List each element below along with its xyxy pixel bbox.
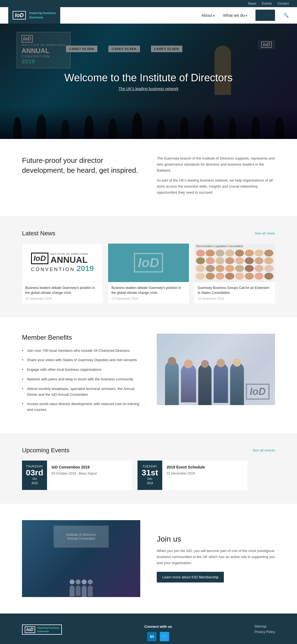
benefits-section: Member Benefits Join over 700 local memb…	[0, 317, 297, 433]
news-section: Latest News See all news IoD INSTITUTE O…	[0, 216, 297, 317]
news-card-image-3: Discrimination Legislation Consultation	[194, 244, 275, 282]
nav-about[interactable]: About	[202, 13, 215, 18]
topbar-events[interactable]: Events	[262, 2, 272, 5]
footer-sitemap[interactable]: Sitemap	[254, 625, 275, 628]
annual-logo-mark: IoD	[31, 253, 48, 264]
event-day-name: Tuesday	[141, 465, 158, 468]
event-month-year: Oct 2019	[26, 477, 43, 486]
events-section: Upcoming Events See all events Thursday …	[0, 433, 297, 504]
logo-area[interactable]: IoD Inspiring business Guernsey	[8, 7, 60, 24]
news-card-title-3: Guernsey Business Groups Call for an Ext…	[198, 285, 272, 295]
stage-screen: Institute of DirectorsAnnual Convention	[54, 526, 109, 548]
twitter-icon[interactable]: 🐦	[160, 632, 169, 641]
benefits-left: Member Benefits Join over 700 local memb…	[22, 334, 140, 417]
hero-section: IoD INSTITUTE OF DIRECTORS ANNUAL CONVEN…	[0, 24, 297, 139]
benefit-item: Engage with other local business organis…	[22, 367, 140, 373]
benefit-item: Attend monthly breakfasts, specialist te…	[22, 386, 140, 398]
nav-what-we-do[interactable]: What we do	[223, 13, 247, 18]
networking-figures	[165, 361, 244, 405]
top-bar: News Events Contact	[0, 0, 297, 7]
footer-top: IoD Inspiring business Guernsey Connect …	[22, 625, 275, 641]
linkedin-icon[interactable]: in	[147, 632, 156, 641]
benefit-item: Access world-class director development,…	[22, 401, 140, 413]
event-details: 31 December 2019	[167, 472, 243, 475]
hero-title: Welcome to the Institute of Directors	[64, 72, 233, 84]
footer-privacy[interactable]: Privacy Policy	[254, 630, 275, 634]
news-card-body-3: Guernsey Business Groups Call for an Ext…	[194, 282, 275, 303]
benefit-item: Network with peers and keep in touch wit…	[22, 377, 140, 382]
join-para: When you join the IoD, you will become p…	[157, 548, 275, 566]
footer-logo-box: IoD Inspiring business Guernsey	[22, 625, 62, 635]
news-heading: Latest News	[22, 230, 55, 237]
footer-connect: Connect with us in 🐦	[78, 625, 238, 641]
benefits-heading: Member Benefits	[22, 334, 140, 341]
news-card-title-2: Business leaders debate Guernsey's posit…	[111, 285, 185, 295]
event-day-num: 31st	[141, 469, 158, 477]
join-content: Join us When you join the IoD, you will …	[157, 535, 275, 582]
iod-annual-convention-logo: IoD INSTITUTE OF DIRECTORS ANNUAL CONVEN…	[31, 253, 94, 273]
footer-links: Sitemap Privacy Policy	[254, 625, 275, 641]
events-grid: Thursday 03rd Oct 2019 IoD Convention 20…	[22, 461, 275, 490]
news-card[interactable]: Discrimination Legislation Consultation …	[194, 244, 275, 303]
benefits-image: IoD	[157, 334, 275, 405]
event-info: IoD Convention 2019 03 October 2019 · Be…	[47, 461, 132, 490]
join-membership-button[interactable]: Learn more about IOD Membership	[157, 572, 224, 582]
event-date-block: Thursday 03rd Oct 2019	[22, 461, 47, 490]
benefits-list: Join over 700 local members who include …	[22, 348, 140, 413]
news-card[interactable]: IoD Business leaders debate Guernsey's p…	[108, 244, 189, 303]
benefits-right: IoD	[157, 334, 275, 405]
news-card-title-1: Business leaders debate Guernsey's posit…	[25, 285, 99, 295]
event-day-num: 03rd	[26, 469, 43, 477]
hero-subtitle: The UK's leading business network	[64, 87, 233, 91]
annual-text: ANNUAL	[50, 255, 88, 264]
intro-section: Future-proof your director development, …	[0, 139, 297, 216]
iod-badge: IoD	[246, 384, 270, 400]
main-nav: IoD Inspiring business Guernsey About Wh…	[0, 7, 297, 24]
events-see-all[interactable]: See all events	[252, 448, 275, 452]
intro-heading: Future-proof your director development, …	[22, 155, 140, 175]
event-card[interactable]: Thursday 03rd Oct 2019 IoD Convention 20…	[22, 461, 132, 490]
news-grid: IoD INSTITUTE OF DIRECTORS ANNUAL CONVEN…	[22, 244, 275, 303]
join-section: Institute of DirectorsAnnual Convention	[0, 504, 297, 614]
event-date-block: Tuesday 31st Dec 2019	[138, 461, 162, 490]
footer-iod-logo: IoD	[25, 626, 35, 633]
convention-year: 2019	[77, 264, 94, 273]
benefit-item: Share your views with States of Guernsey…	[22, 357, 140, 363]
convention-text: CONVENTION	[31, 267, 75, 272]
hero-text: Welcome to the Institute of Directors Th…	[64, 72, 233, 91]
news-see-all[interactable]: See all news	[255, 231, 275, 235]
footer: IoD Inspiring business Guernsey Connect …	[0, 614, 297, 644]
intro-para-2: As part of the UK's leading business net…	[157, 177, 275, 196]
footer-logo-text: Inspiring business Guernsey	[37, 626, 59, 633]
news-card-date-3: 18 September 2019	[198, 297, 272, 300]
event-month-year: Dec 2019	[141, 477, 158, 486]
event-card[interactable]: Tuesday 31st Dec 2019 2019 Event Schedul…	[138, 461, 248, 490]
iod-logo-mark: IoD	[13, 11, 26, 19]
event-day-name: Thursday	[26, 465, 43, 468]
news-card-image-1: IoD INSTITUTE OF DIRECTORS ANNUAL CONVEN…	[22, 244, 103, 282]
event-title: IoD Convention 2019	[51, 465, 128, 469]
iod-watermark: IoD	[134, 253, 163, 272]
search-icon[interactable]: 🔍	[283, 13, 289, 18]
intro-right: The Guernsey branch of the Institute of …	[157, 155, 275, 200]
events-heading: Upcoming Events	[22, 447, 69, 454]
intro-left: Future-proof your director development, …	[22, 155, 140, 175]
news-section-header: Latest News See all news	[22, 230, 275, 237]
news-card-body-2: Business leaders debate Guernsey's posit…	[108, 282, 189, 303]
topbar-contact[interactable]: Contact	[277, 2, 289, 5]
social-icons: in 🐦	[78, 632, 238, 641]
nav-join[interactable]: Join	[255, 10, 275, 21]
news-card[interactable]: IoD INSTITUTE OF DIRECTORS ANNUAL CONVEN…	[22, 244, 103, 303]
news-card-body-1: Business leaders debate Guernsey's posit…	[22, 282, 103, 303]
news-card-label-3: Discrimination Legislation Consultation	[196, 245, 243, 248]
topbar-news[interactable]: News	[248, 2, 256, 5]
news-card-image-2: IoD	[108, 244, 189, 282]
join-image: Institute of DirectorsAnnual Convention	[22, 520, 140, 597]
benefit-item: Join over 700 local members who include …	[22, 348, 140, 354]
join-heading: Join us	[157, 535, 275, 543]
footer-connect-heading: Connect with us	[78, 625, 238, 629]
news-card-date-1: 25 September 2019	[25, 297, 99, 300]
intro-para-1: The Guernsey branch of the Institute of …	[157, 155, 275, 174]
logo-text: Inspiring business Guernsey	[29, 11, 56, 19]
footer-logo-area: IoD Inspiring business Guernsey	[22, 625, 62, 641]
